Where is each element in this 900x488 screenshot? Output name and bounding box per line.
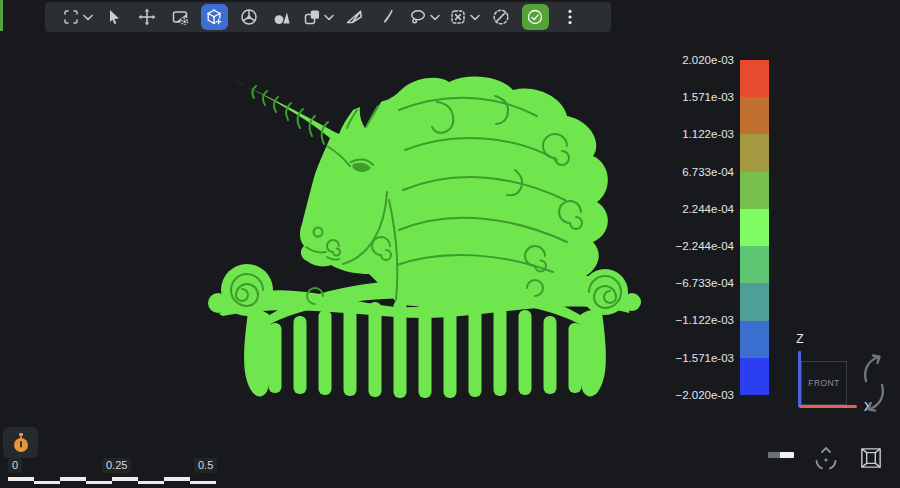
display-settings-icon (171, 8, 189, 26)
model-unicorn-comb (185, 50, 645, 410)
colorbar-band (740, 60, 769, 97)
knife-icon (345, 8, 364, 26)
perspective-view-button[interactable] (854, 442, 888, 474)
cursor-icon (105, 8, 123, 26)
marquee-select-icon (62, 8, 80, 26)
colorbar-band (740, 321, 769, 358)
delete-selection-icon (449, 8, 467, 26)
colorbar-value-label: −2.020e-03 (654, 388, 734, 402)
check-circle-icon (526, 8, 544, 26)
duplicate-icon (303, 8, 321, 26)
colorbar-value-label: 1.122e-03 (654, 127, 734, 141)
chevron-down-icon (470, 14, 480, 21)
move-button[interactable] (135, 4, 159, 30)
deviation-colorbar: 2.020e-031.571e-031.122e-036.733e-042.24… (640, 52, 775, 404)
scale-label-05: 0.5 (194, 458, 217, 473)
rotate-view-arrows-icon[interactable] (859, 354, 889, 412)
axis-gizmo[interactable]: Z X FRONT (788, 330, 896, 420)
kebab-menu-icon (567, 8, 573, 26)
colorbar-value-label: 2.244e-04 (654, 202, 734, 216)
active-panel-accent (0, 0, 3, 31)
lasso-icon (409, 8, 427, 26)
deselect-all-button[interactable] (489, 4, 513, 30)
knife-button[interactable] (343, 4, 367, 30)
colorbar-band (740, 358, 769, 395)
brush-button[interactable] (376, 4, 400, 30)
colorbar-value-label: 1.571e-03 (654, 90, 734, 104)
stopwatch-icon (12, 432, 30, 454)
toolbar (45, 2, 611, 32)
deselect-all-icon (492, 8, 510, 26)
primitives-button[interactable] (270, 4, 294, 30)
mesh-add-icon (205, 8, 223, 26)
more-menu-button[interactable] (558, 4, 582, 30)
viewport-3d[interactable] (185, 50, 645, 410)
z-axis-label: Z (793, 332, 807, 346)
cursor-button[interactable] (102, 4, 126, 30)
colorbar-band (740, 172, 769, 209)
colorbar-gradient (740, 60, 769, 395)
delete-selection-button[interactable] (449, 4, 480, 30)
scale-label-0: 0 (8, 458, 22, 473)
colorbar-value-label: 2.020e-03 (654, 53, 734, 67)
scale-ruler (8, 481, 216, 485)
navigate-wheel-icon (240, 8, 258, 26)
chevron-down-icon (324, 14, 334, 21)
chevron-down-icon (83, 14, 93, 21)
confirm-check-button[interactable] (522, 4, 549, 30)
perspective-box-icon (857, 444, 885, 472)
measure-scale-segment (768, 452, 780, 458)
navigate-wheel-button[interactable] (237, 4, 261, 30)
colorbar-band (740, 97, 769, 134)
recenter-view-icon (811, 445, 841, 473)
view-cube-front-face[interactable]: FRONT (801, 361, 847, 405)
colorbar-band (740, 246, 769, 283)
colorbar-band (740, 283, 769, 320)
primitives-icon (273, 8, 291, 26)
colorbar-band (740, 134, 769, 171)
chevron-down-icon (430, 14, 440, 21)
measure-scale-segment (780, 452, 794, 458)
colorbar-value-label: −2.244e-04 (654, 239, 734, 253)
scale-label-025: 0.25 (102, 458, 131, 473)
colorbar-value-label: −6.733e-04 (654, 276, 734, 290)
colorbar-band (740, 209, 769, 246)
duplicate-button[interactable] (303, 4, 334, 30)
move-icon (138, 8, 156, 26)
recenter-view-button[interactable] (810, 444, 842, 474)
brush-icon (379, 8, 397, 26)
colorbar-value-label: −1.122e-03 (654, 313, 734, 327)
lasso-button[interactable] (409, 4, 440, 30)
measure-scale-icon[interactable] (768, 452, 794, 458)
timer-button[interactable] (3, 427, 38, 458)
colorbar-value-label: −1.571e-03 (654, 351, 734, 365)
marquee-select-button[interactable] (62, 4, 93, 30)
x-axis-line (799, 405, 857, 408)
mesh-add-button[interactable] (201, 4, 228, 30)
front-face-label: FRONT (808, 378, 839, 388)
scale-bar: 0 0.25 0.5 (8, 458, 220, 486)
display-settings-button[interactable] (168, 4, 192, 30)
colorbar-value-label: 6.733e-04 (654, 165, 734, 179)
